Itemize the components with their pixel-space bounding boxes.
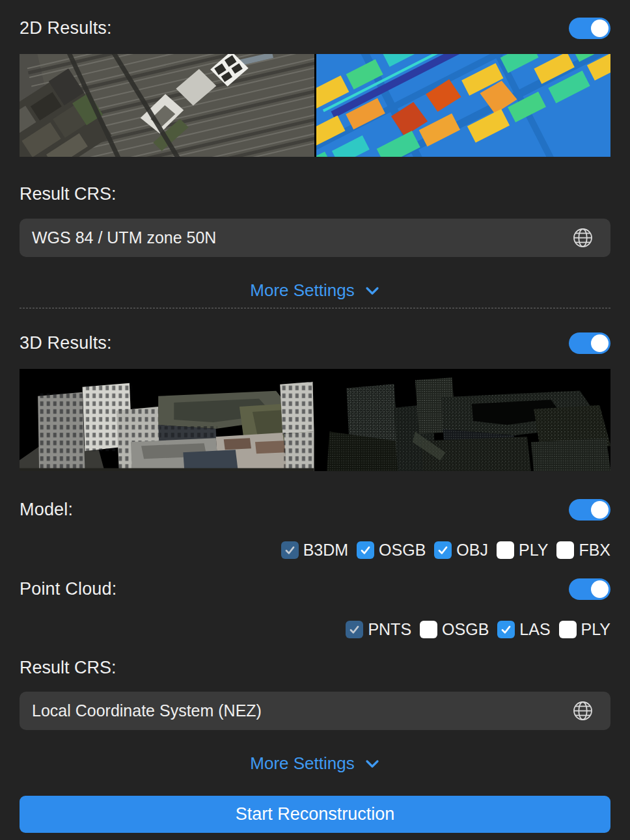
check-icon [284,544,296,556]
globe-icon [572,700,594,722]
result-crs-bottom-field[interactable]: Local Coordinate System (NEZ) [20,692,610,730]
result-crs-top-label: Result CRS: [20,184,610,204]
more-settings-bottom[interactable]: More Settings [20,753,610,774]
model-3d-preview-image [20,369,314,471]
toggle-knob [591,20,609,37]
format-option: PNTS [346,620,411,639]
globe-icon [572,227,594,249]
more-settings-top-label: More Settings [250,280,354,301]
format-option: FBX [556,541,610,560]
format-option: OSGB [357,541,426,560]
elevation-color-map [316,54,611,157]
format-label: PNTS [368,620,411,639]
model-format-row: B3DM OSGB OBJ [20,539,610,561]
point-cloud-toggle[interactable] [569,578,610,600]
start-reconstruction-button[interactable]: Start Reconstruction [20,796,610,833]
check-icon [500,623,512,636]
format-checkbox[interactable] [420,621,437,638]
format-checkbox[interactable] [556,541,574,559]
check-icon [348,623,361,636]
point-cloud-3d [316,369,611,471]
format-label: B3DM [303,541,348,560]
result-crs-top-field[interactable]: WGS 84 / UTM zone 50N [20,219,610,257]
3d-preview-strip [20,369,610,471]
3d-results-toggle[interactable] [569,332,610,354]
2d-results-toggle[interactable] [569,18,610,39]
format-label: PLY [519,541,548,560]
format-option: OSGB [420,620,489,639]
chevron-down-icon [364,283,380,299]
2d-preview-strip [20,54,610,157]
format-option: B3DM [281,541,348,560]
point-cloud-format-row: PNTS OSGB LAS [20,619,610,640]
3d-results-label: 3D Results: [20,333,112,353]
format-label: OSGB [379,541,426,560]
format-checkbox[interactable] [357,541,374,559]
reconstruction-settings-panel: 2D Results: [0,0,630,840]
result-crs-bottom-label: Result CRS: [20,658,610,678]
textured-3d-model [20,369,314,471]
format-checkbox[interactable] [281,541,299,559]
model-label: Model: [20,500,73,520]
format-label: FBX [579,541,610,560]
result-crs-bottom-value: Local Coordinate System (NEZ) [32,701,572,720]
format-option: PLY [559,620,610,639]
format-checkbox[interactable] [497,621,515,638]
toggle-knob [591,580,609,598]
check-icon [359,544,372,556]
format-label: LAS [519,620,550,639]
2d-results-label: 2D Results: [20,18,112,38]
orthophoto-aerial-map [20,54,314,157]
orthophoto-preview-image [20,54,314,157]
section-divider [20,308,610,308]
format-label: OBJ [456,541,488,560]
toggle-knob [591,501,609,519]
format-checkbox[interactable] [434,541,452,559]
format-label: PLY [581,620,610,639]
result-crs-top-value: WGS 84 / UTM zone 50N [32,228,572,247]
format-option: OBJ [434,541,488,560]
3d-results-header: 3D Results: [20,332,610,354]
point-cloud-preview-image [316,369,611,471]
more-settings-top[interactable]: More Settings [20,280,610,301]
format-checkbox[interactable] [346,621,363,638]
more-settings-bottom-label: More Settings [250,753,354,774]
format-option: LAS [497,620,550,639]
2d-results-header: 2D Results: [20,17,610,39]
toggle-knob [591,334,609,352]
elevation-preview-image [316,54,611,157]
check-icon [437,544,449,556]
format-checkbox[interactable] [559,621,577,638]
format-checkbox[interactable] [497,541,514,559]
model-toggle[interactable] [569,499,610,521]
format-option: PLY [497,541,548,560]
format-label: OSGB [442,620,489,639]
chevron-down-icon [364,756,380,772]
point-cloud-label: Point Cloud: [20,579,117,599]
point-cloud-header: Point Cloud: [20,578,610,600]
model-header: Model: [20,498,610,521]
